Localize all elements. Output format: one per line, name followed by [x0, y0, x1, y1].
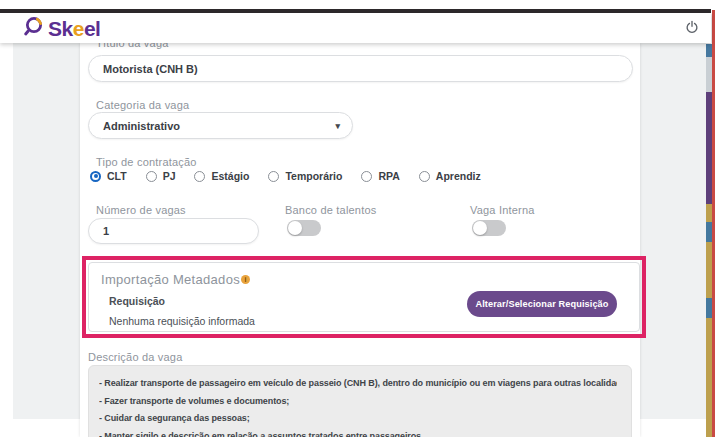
skeel-logo[interactable]: Skeel — [22, 14, 100, 42]
internal-job-toggle[interactable] — [472, 220, 506, 236]
radio-estagio[interactable]: Estágio — [194, 170, 249, 182]
radio-unselected-icon — [268, 171, 279, 182]
app-header: Skeel — [0, 13, 711, 43]
category-label: Categoria da vaga — [96, 99, 189, 111]
logo-text: Skeel — [48, 18, 100, 39]
contract-type-label: Tipo de contratação — [96, 156, 197, 168]
metadata-section-title: Importação Metadados — [101, 272, 240, 287]
logout-power-button[interactable] — [682, 18, 702, 38]
description-line: - Cuidar da segurança das pessoas; — [99, 413, 617, 423]
radio-unselected-icon — [146, 171, 157, 182]
radio-pj[interactable]: PJ — [146, 170, 176, 182]
toggle-knob — [473, 221, 487, 235]
radio-clt[interactable]: CLT — [90, 170, 127, 182]
radio-temporario[interactable]: Temporário — [268, 170, 342, 182]
contract-type-radio-group: CLT PJ Estágio Temporário RPA Aprendiz — [90, 170, 481, 182]
description-line: - Fazer transporte de volumes e document… — [99, 396, 617, 406]
toggle-knob — [288, 221, 302, 235]
description-line: - Realizar transporte de passageiro em v… — [99, 378, 617, 388]
metadata-import-card: Importação Metadados i Requisição Nenhum… — [88, 262, 640, 332]
radio-rpa[interactable]: RPA — [361, 170, 399, 182]
info-icon[interactable]: i — [241, 275, 250, 284]
radio-selected-icon — [90, 171, 101, 182]
chevron-down-icon: ▾ — [335, 121, 340, 131]
radio-unselected-icon — [194, 171, 205, 182]
vacancies-label: Número de vagas — [96, 204, 186, 216]
radio-aprendiz[interactable]: Aprendiz — [419, 170, 481, 182]
description-label: Descrição da vaga — [88, 351, 183, 363]
requisition-label: Requisição — [109, 295, 165, 307]
radio-unselected-icon — [361, 171, 372, 182]
select-requisition-button[interactable]: Alterar/Selecionar Requisição — [467, 291, 617, 317]
requisition-status: Nenhuma requisição informada — [109, 315, 255, 327]
radio-unselected-icon — [419, 171, 430, 182]
talent-pool-toggle[interactable] — [287, 220, 321, 236]
screen-edge-red-line — [712, 10, 715, 437]
category-selected-value: Administrativo — [103, 120, 335, 132]
highlight-annotation-box: Importação Metadados i Requisição Nenhum… — [82, 256, 646, 338]
magnifier-logo-icon — [22, 14, 46, 42]
category-select[interactable]: Administrativo ▾ — [88, 112, 353, 139]
description-line: - Manter sigilo e descrição em relação a… — [99, 431, 617, 437]
power-icon — [685, 20, 699, 37]
talent-pool-label: Banco de talentos — [285, 204, 376, 216]
app-window: Skeel Título da vaga Categoria da vaga A… — [0, 0, 717, 437]
description-editor[interactable]: - Realizar transporte de passageiro em v… — [88, 365, 632, 437]
internal-job-label: Vaga Interna — [470, 204, 535, 216]
vacancies-input[interactable] — [88, 218, 259, 244]
job-title-input[interactable] — [88, 55, 633, 82]
